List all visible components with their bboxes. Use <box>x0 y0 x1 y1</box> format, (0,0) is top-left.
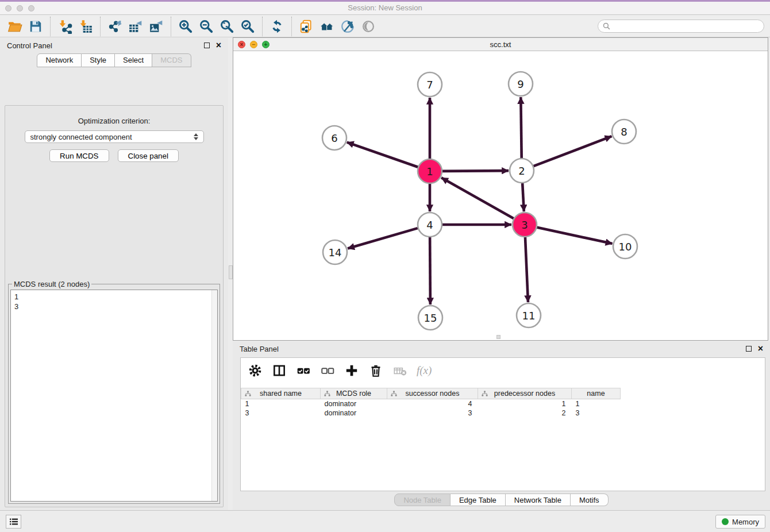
column-header-predecessor-nodes[interactable]: predecessor nodes <box>478 388 572 399</box>
cell-successor-nodes[interactable]: 4 <box>387 399 478 408</box>
app-title: Session: New Session <box>0 2 770 14</box>
export-table-button[interactable] <box>125 17 146 36</box>
tab-network-table[interactable]: Network Table <box>506 494 571 506</box>
network-resize-handle[interactable] <box>496 335 500 339</box>
column-header-mcds-role[interactable]: MCDS role <box>321 388 387 399</box>
global-search-field[interactable] <box>598 20 764 33</box>
close-panel-button[interactable]: Close panel <box>118 149 179 162</box>
graph-edge-3-10[interactable] <box>537 228 612 244</box>
export-network-button[interactable] <box>105 17 125 36</box>
graph-edge-4-14[interactable] <box>348 228 418 248</box>
splitter-handle[interactable] <box>229 265 233 279</box>
close-panel-icon[interactable]: × <box>216 43 221 48</box>
graph-node-4[interactable]: 4 <box>418 213 442 237</box>
hide-graphics-button[interactable] <box>358 17 379 36</box>
column-type-icon <box>245 391 251 397</box>
graph-edge-3-11[interactable] <box>525 237 528 302</box>
graph-edge-3-1[interactable] <box>441 178 514 218</box>
network-minimize-icon[interactable]: − <box>250 41 257 48</box>
graph-node-9[interactable]: 9 <box>509 72 533 96</box>
graph-edge-1-2[interactable] <box>442 171 509 171</box>
table-row[interactable]: 3dominator323 <box>241 408 632 418</box>
cell-shared-name[interactable]: 3 <box>241 408 321 418</box>
tab-motifs[interactable]: Motifs <box>571 494 609 506</box>
network-maximize-icon[interactable]: + <box>262 41 270 48</box>
criterion-select[interactable]: strongly connected component <box>25 130 204 143</box>
select-all-checkboxes-icon[interactable] <box>296 363 311 378</box>
home-view-button[interactable] <box>317 17 337 36</box>
clone-network-button[interactable] <box>296 17 317 36</box>
import-network-button[interactable] <box>55 17 75 36</box>
tab-network[interactable]: Network <box>37 53 82 67</box>
search-input[interactable] <box>613 22 759 30</box>
export-image-button[interactable] <box>146 17 167 36</box>
tab-node-table[interactable]: Node Table <box>394 494 451 506</box>
graph-node-10[interactable]: 10 <box>613 234 637 259</box>
tab-select[interactable]: Select <box>115 53 152 67</box>
table-settings-gear-icon[interactable] <box>248 363 263 378</box>
toolbar-separator <box>171 17 171 36</box>
tab-style[interactable]: Style <box>82 53 115 67</box>
graph-node-1[interactable]: 1 <box>418 159 442 183</box>
apply-layout-button[interactable] <box>267 17 287 36</box>
cell-name[interactable]: 3 <box>572 408 621 418</box>
column-header-shared-name[interactable]: shared name <box>241 388 321 399</box>
run-mcds-button[interactable]: Run MCDS <box>49 149 109 162</box>
svg-text:9: 9 <box>517 78 523 90</box>
graph-edge-2-9[interactable] <box>521 97 521 158</box>
graph-node-14[interactable]: 14 <box>323 240 347 264</box>
table-row[interactable]: 1dominator411 <box>241 399 632 408</box>
import-table-button[interactable] <box>75 17 96 36</box>
float-panel-icon[interactable] <box>204 43 210 48</box>
graph-node-3[interactable]: 3 <box>513 213 537 237</box>
column-header-name[interactable]: name <box>572 388 621 399</box>
control-panel: Control Panel × NetworkStyleSelectMCDS O… <box>0 38 228 510</box>
zoom-out-button[interactable] <box>196 17 217 36</box>
add-column-icon[interactable] <box>344 363 359 378</box>
task-history-button[interactable] <box>6 515 21 529</box>
tab-edge-table[interactable]: Edge Table <box>451 494 506 506</box>
graph-node-15[interactable]: 15 <box>418 306 442 330</box>
cell-successor-nodes[interactable]: 3 <box>387 408 478 418</box>
control-panel-title: Control Panel <box>7 41 52 50</box>
zoom-selected-button[interactable] <box>237 17 258 36</box>
cell-name[interactable]: 1 <box>572 399 621 408</box>
zoom-fit-button[interactable] <box>217 17 237 36</box>
zoom-in-button[interactable] <box>175 17 196 36</box>
graph-edge-2-8[interactable] <box>534 136 612 166</box>
column-header-successor-nodes[interactable]: successor nodes <box>387 388 478 399</box>
memory-button[interactable]: Memory <box>715 515 765 529</box>
graph-edge-1-6[interactable] <box>347 142 418 167</box>
graph-edge-2-3[interactable] <box>522 183 524 211</box>
cell-predecessor-nodes[interactable]: 1 <box>478 399 572 408</box>
delete-column-trash-icon[interactable] <box>368 363 383 378</box>
cell-predecessor-nodes[interactable]: 2 <box>478 408 572 418</box>
mcds-result-list[interactable]: 13 <box>10 290 218 502</box>
visual-style-button[interactable] <box>337 17 358 36</box>
graph-edge-4-15[interactable] <box>430 237 430 304</box>
deselect-checkboxes-icon[interactable] <box>320 363 335 378</box>
graph-node-6[interactable]: 6 <box>322 126 346 150</box>
column-type-icon <box>324 391 330 397</box>
network-canvas[interactable]: 7968124314101511 <box>233 51 768 341</box>
graph-node-11[interactable]: 11 <box>517 303 541 327</box>
float-table-panel-icon[interactable] <box>746 346 752 352</box>
network-window-titlebar[interactable]: scc.txt × − + <box>233 38 768 51</box>
graph-node-7[interactable]: 7 <box>418 72 442 97</box>
main-toolbar <box>0 16 770 37</box>
tab-mcds[interactable]: MCDS <box>152 53 191 67</box>
save-session-button[interactable] <box>25 17 46 36</box>
network-view-window: scc.txt × − + 7968124314101511 <box>233 37 768 341</box>
graph-node-8[interactable]: 8 <box>612 119 636 144</box>
cell-shared-name[interactable]: 1 <box>241 399 321 408</box>
open-session-button[interactable] <box>5 17 25 36</box>
svg-text:7: 7 <box>426 79 433 91</box>
node-table: shared nameMCDS rolesuccessor nodesprede… <box>241 388 632 418</box>
close-table-panel-icon[interactable]: × <box>758 346 763 352</box>
network-close-icon[interactable]: × <box>238 41 245 48</box>
cell-mcds-role[interactable]: dominator <box>321 408 387 418</box>
graph-node-2[interactable]: 2 <box>510 159 534 183</box>
cell-mcds-role[interactable]: dominator <box>321 399 387 408</box>
toolbar-separator <box>100 17 101 36</box>
split-columns-icon[interactable] <box>272 363 287 378</box>
